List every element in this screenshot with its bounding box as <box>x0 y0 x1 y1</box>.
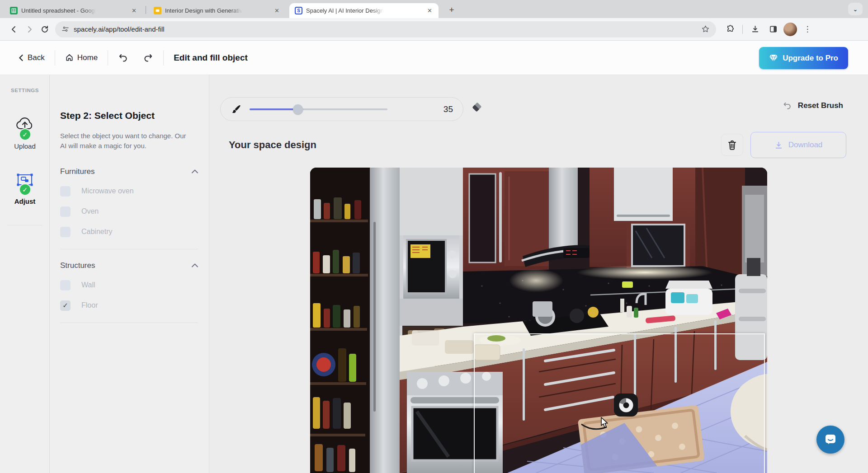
google-slides-icon <box>154 7 161 14</box>
browser-forward-icon[interactable] <box>22 22 37 37</box>
checkbox-row-oven[interactable]: Oven <box>60 206 198 217</box>
browser-menu-icon[interactable]: ⋮ <box>800 22 815 37</box>
download-icon <box>774 141 783 150</box>
checkbox-label: Oven <box>81 207 99 215</box>
checkbox-row-wall[interactable]: Wall <box>60 280 198 290</box>
divider <box>108 50 108 66</box>
checkbox-unchecked[interactable] <box>60 227 71 237</box>
upload-label: Upload <box>14 142 36 150</box>
download-label: Download <box>788 140 823 150</box>
group-label: Structures <box>60 261 95 270</box>
reset-brush-button[interactable]: Reset Brush <box>783 101 843 110</box>
slider-thumb[interactable] <box>293 104 303 114</box>
chevron-up-icon <box>192 263 198 267</box>
step-description: Select the object you want to change. Ou… <box>60 131 191 151</box>
step-title: Step 2: Select Object <box>60 110 198 121</box>
checkbox-unchecked[interactable] <box>60 280 71 290</box>
group-furnitures[interactable]: Furnitures <box>60 167 198 176</box>
upload-complete-check-icon: ✓ <box>19 128 31 140</box>
design-canvas-image[interactable] <box>310 168 767 473</box>
gem-icon <box>769 54 778 62</box>
brush-processing-indicator <box>614 393 638 417</box>
new-tab-button[interactable]: + <box>445 4 458 16</box>
adjust-complete-check-icon: ✓ <box>19 183 31 196</box>
brush-size-control: 35 <box>220 97 463 121</box>
chat-bubble-icon <box>824 433 837 446</box>
checkbox-checked[interactable]: ✓ <box>60 300 71 311</box>
sidebar-item-adjust[interactable]: ✓ Adjust <box>0 173 50 205</box>
tab-title: Spacely AI | AI Interior Design <box>306 7 384 14</box>
home-button[interactable]: Home <box>65 53 98 62</box>
back-button[interactable]: Back <box>18 53 45 62</box>
upgrade-label: Upgrade to Pro <box>783 54 838 63</box>
close-icon[interactable]: ✕ <box>425 6 434 15</box>
mouse-cursor <box>600 417 610 429</box>
checkbox-unchecked[interactable] <box>60 206 71 217</box>
download-button[interactable]: Download <box>750 132 846 158</box>
url-text: spacely.ai/app/tool/edit-and-fill <box>74 25 165 33</box>
brush-icon <box>231 104 241 115</box>
reset-brush-label: Reset Brush <box>798 101 843 110</box>
brush-size-value: 35 <box>443 104 453 114</box>
checkbox-label: Cabinetry <box>81 228 112 236</box>
home-icon <box>65 53 74 62</box>
close-icon[interactable]: ✕ <box>273 6 281 15</box>
home-label: Home <box>77 53 98 62</box>
tab-list-chevron-button[interactable]: ⌄ <box>848 3 863 15</box>
url-bar[interactable]: spacely.ai/app/tool/edit-and-fill <box>55 21 716 37</box>
divider <box>55 50 55 66</box>
app-header: Back Home Edit and fill object Upgrade t… <box>0 41 868 75</box>
extensions-icon[interactable] <box>722 22 738 37</box>
bookmark-star-icon[interactable] <box>701 25 710 33</box>
upgrade-to-pro-button[interactable]: Upgrade to Pro <box>759 47 848 69</box>
screen: Untitled spreadsheet - Googl ✕ Interior … <box>0 0 868 473</box>
tab-divider <box>146 6 146 14</box>
checkbox-unchecked[interactable] <box>60 186 71 197</box>
browser-navbar: spacely.ai/app/tool/edit-and-fill ⋮ <box>0 18 868 41</box>
group-structures[interactable]: Structures <box>60 261 198 270</box>
tab-spacely-active[interactable]: S Spacely AI | AI Interior Design ✕ <box>289 3 439 18</box>
divider <box>742 25 743 34</box>
chevron-up-icon <box>192 169 198 173</box>
back-label: Back <box>28 53 45 62</box>
settings-section-label: SETTINGS <box>0 88 50 93</box>
eraser-icon[interactable] <box>471 102 483 113</box>
side-panel-icon[interactable] <box>765 22 781 37</box>
brush-size-slider[interactable] <box>250 108 387 110</box>
chat-support-button[interactable] <box>816 426 844 454</box>
checkbox-label: Floor <box>81 301 98 309</box>
tab-spreadsheet[interactable]: Untitled spreadsheet - Googl ✕ <box>5 3 143 18</box>
tab-slides[interactable]: Interior Design with Generativ ✕ <box>148 3 286 18</box>
profile-avatar[interactable] <box>783 23 797 36</box>
spacely-icon: S <box>295 7 302 14</box>
divider <box>7 225 42 225</box>
tab-title: Untitled spreadsheet - Googl <box>21 7 96 14</box>
trash-icon <box>727 140 737 150</box>
delete-design-button[interactable] <box>721 134 743 156</box>
undo-icon[interactable] <box>118 53 128 63</box>
adjust-label: Adjust <box>14 197 36 205</box>
site-settings-icon[interactable] <box>61 25 69 33</box>
reload-icon[interactable] <box>37 22 52 37</box>
settings-rail: SETTINGS ✓ Upload ✓ Adjust <box>0 75 50 473</box>
design-title: Your space design <box>229 139 316 151</box>
spinner-donut-icon <box>618 397 634 413</box>
page-title: Edit and fill object <box>174 53 248 63</box>
browser-back-icon[interactable] <box>6 22 22 37</box>
checkbox-row-floor[interactable]: ✓ Floor <box>60 300 198 311</box>
divider <box>60 249 198 249</box>
checkbox-row-cabinetry[interactable]: Cabinetry <box>60 227 198 237</box>
slider-fill <box>250 108 298 110</box>
tab-title: Interior Design with Generativ <box>165 7 242 14</box>
redo-icon[interactable] <box>143 53 153 63</box>
navbar-actions: ⋮ <box>722 22 815 37</box>
checkbox-row-microwave-oven[interactable]: Microwave oven <box>60 186 198 197</box>
group-label: Furnitures <box>60 167 95 176</box>
checkbox-label: Wall <box>81 281 95 289</box>
reset-icon <box>783 101 792 110</box>
sidebar-item-upload[interactable]: ✓ Upload <box>0 117 50 150</box>
checkbox-label: Microwave oven <box>81 187 134 195</box>
downloads-icon[interactable] <box>747 22 763 37</box>
close-icon[interactable]: ✕ <box>130 6 138 15</box>
main-area: 35 Reset Brush Your space design Downloa… <box>210 75 868 473</box>
